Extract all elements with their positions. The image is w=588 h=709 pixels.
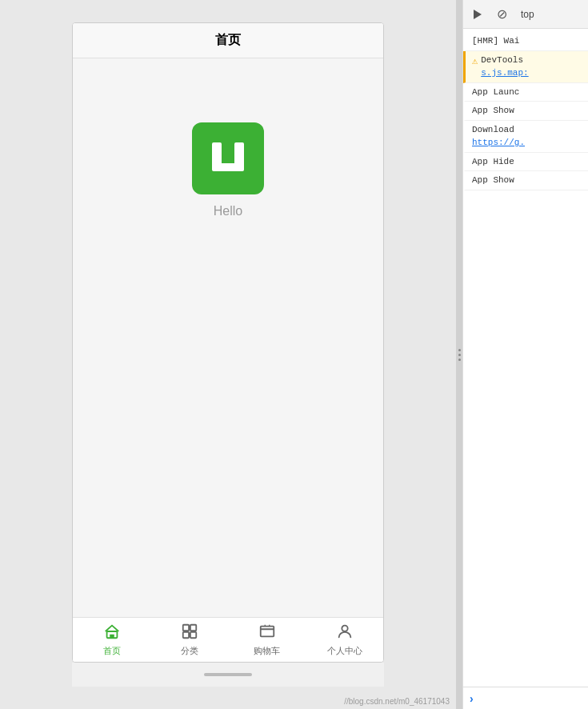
app-logo-icon (206, 136, 250, 181)
phone-content: Hello (73, 58, 383, 617)
console-input-row[interactable]: › (463, 687, 588, 709)
devtools-toolbar: ⊘ top (463, 0, 588, 29)
nav-label-cart: 购物车 (254, 645, 280, 657)
console-chevron-icon[interactable]: › (470, 692, 474, 705)
source-map-link[interactable]: s.js.map: (481, 68, 528, 78)
resize-handle[interactable] (456, 0, 462, 709)
nav-item-cart[interactable]: 购物车 (228, 618, 306, 662)
log-entry-download: Download https://g. (463, 121, 588, 153)
download-link[interactable]: https://g. (472, 138, 525, 147)
nav-item-profile[interactable]: 个人中心 (306, 618, 383, 662)
bottom-nav: 首页 分类 购物车 个人中心 (73, 617, 383, 662)
svg-point-10 (342, 626, 347, 631)
phone-title-bar: 首页 (73, 23, 383, 58)
console-log: [HMR] Wai ⚠ DevTools s.js.map: App Launc… (463, 29, 588, 687)
svg-rect-4 (110, 635, 114, 639)
nav-item-category[interactable]: 分类 (150, 618, 228, 662)
svg-rect-0 (212, 142, 222, 166)
svg-rect-9 (260, 627, 274, 637)
svg-rect-5 (182, 625, 188, 631)
profile-icon (336, 623, 354, 643)
top-tab[interactable]: top (518, 7, 538, 22)
resize-dot-3 (458, 359, 461, 361)
page-title: 首页 (215, 32, 241, 49)
log-entry-hmr: [HMR] Wai (463, 32, 588, 51)
app-icon-wrapper: Hello (192, 122, 264, 218)
log-entry-hide: App Hide (463, 153, 588, 172)
home-icon (103, 623, 121, 643)
svg-rect-1 (234, 142, 244, 166)
right-panel: ⊘ top [HMR] Wai ⚠ DevTools s.js.map: App… (462, 0, 588, 709)
log-text-launch: App Launc (472, 86, 519, 99)
resize-dot-2 (458, 354, 461, 356)
log-entry-launch: App Launc (463, 83, 588, 102)
svg-rect-8 (190, 632, 195, 638)
resize-dots (458, 349, 461, 361)
nav-label-profile: 个人中心 (327, 645, 362, 657)
category-icon (181, 623, 198, 643)
log-text-hmr: [HMR] Wai (472, 34, 519, 48)
svg-rect-7 (182, 632, 188, 638)
log-entry-show2: App Show (463, 171, 588, 190)
drag-handle[interactable] (72, 663, 384, 687)
drag-handle-bar (204, 673, 252, 676)
console-input[interactable] (477, 694, 588, 703)
cart-icon (258, 623, 276, 643)
svg-rect-6 (190, 625, 195, 631)
watermark: //blog.csdn.net/m0_46171043 (344, 697, 450, 706)
log-text-hide: App Hide (472, 155, 514, 169)
log-entry-devtools: ⚠ DevTools s.js.map: (463, 51, 588, 83)
nav-item-home[interactable]: 首页 (73, 618, 150, 662)
left-panel: 首页 Hello 首页 (0, 0, 456, 709)
svg-marker-11 (474, 10, 482, 19)
nav-label-home: 首页 (103, 645, 121, 657)
log-text-show1: App Show (472, 104, 514, 118)
phone-frame: 首页 Hello 首页 (72, 22, 384, 663)
log-text-show2: App Show (472, 174, 514, 187)
log-text-download: Download https://g. (472, 123, 525, 150)
log-entry-show1: App Show (463, 102, 588, 121)
log-text-devtools: DevTools s.js.map: (481, 54, 528, 80)
resize-dot-1 (458, 349, 461, 351)
nav-label-category: 分类 (181, 645, 198, 657)
play-icon[interactable] (470, 6, 486, 22)
block-icon[interactable]: ⊘ (494, 6, 510, 22)
svg-rect-2 (212, 163, 244, 171)
app-label: Hello (214, 204, 242, 218)
warning-icon: ⚠ (472, 54, 478, 69)
app-icon[interactable] (192, 122, 264, 194)
